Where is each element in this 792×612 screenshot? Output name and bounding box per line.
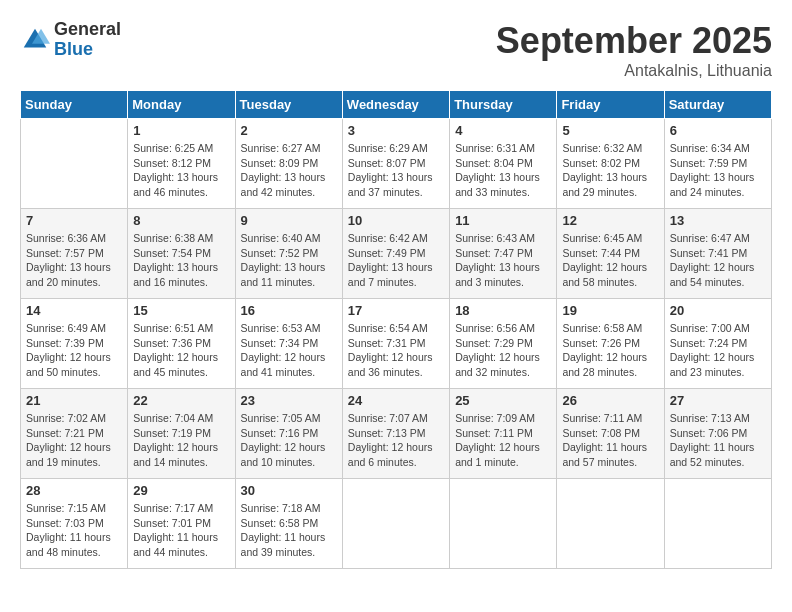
day-number: 7 <box>26 213 122 228</box>
calendar-cell: 26Sunrise: 7:11 AMSunset: 7:08 PMDayligh… <box>557 389 664 479</box>
day-number: 17 <box>348 303 444 318</box>
day-detail: Sunrise: 6:58 AMSunset: 7:26 PMDaylight:… <box>562 321 658 380</box>
day-detail: Sunrise: 7:17 AMSunset: 7:01 PMDaylight:… <box>133 501 229 560</box>
calendar-cell: 1Sunrise: 6:25 AMSunset: 8:12 PMDaylight… <box>128 119 235 209</box>
logo-text: General Blue <box>54 20 121 60</box>
day-detail: Sunrise: 6:49 AMSunset: 7:39 PMDaylight:… <box>26 321 122 380</box>
calendar-cell: 11Sunrise: 6:43 AMSunset: 7:47 PMDayligh… <box>450 209 557 299</box>
day-number: 5 <box>562 123 658 138</box>
calendar-cell: 21Sunrise: 7:02 AMSunset: 7:21 PMDayligh… <box>21 389 128 479</box>
calendar-cell: 27Sunrise: 7:13 AMSunset: 7:06 PMDayligh… <box>664 389 771 479</box>
day-number: 27 <box>670 393 766 408</box>
month-title: September 2025 <box>496 20 772 62</box>
day-detail: Sunrise: 6:54 AMSunset: 7:31 PMDaylight:… <box>348 321 444 380</box>
calendar-cell: 12Sunrise: 6:45 AMSunset: 7:44 PMDayligh… <box>557 209 664 299</box>
day-detail: Sunrise: 7:00 AMSunset: 7:24 PMDaylight:… <box>670 321 766 380</box>
day-number: 10 <box>348 213 444 228</box>
logo-general-label: General <box>54 20 121 40</box>
calendar-cell <box>21 119 128 209</box>
calendar-cell: 16Sunrise: 6:53 AMSunset: 7:34 PMDayligh… <box>235 299 342 389</box>
calendar-cell: 13Sunrise: 6:47 AMSunset: 7:41 PMDayligh… <box>664 209 771 299</box>
calendar-cell: 18Sunrise: 6:56 AMSunset: 7:29 PMDayligh… <box>450 299 557 389</box>
weekday-header-tuesday: Tuesday <box>235 91 342 119</box>
day-detail: Sunrise: 6:42 AMSunset: 7:49 PMDaylight:… <box>348 231 444 290</box>
day-number: 9 <box>241 213 337 228</box>
day-number: 2 <box>241 123 337 138</box>
calendar-cell: 25Sunrise: 7:09 AMSunset: 7:11 PMDayligh… <box>450 389 557 479</box>
day-detail: Sunrise: 6:38 AMSunset: 7:54 PMDaylight:… <box>133 231 229 290</box>
logo-icon <box>20 25 50 55</box>
day-detail: Sunrise: 6:32 AMSunset: 8:02 PMDaylight:… <box>562 141 658 200</box>
day-detail: Sunrise: 6:31 AMSunset: 8:04 PMDaylight:… <box>455 141 551 200</box>
day-number: 18 <box>455 303 551 318</box>
day-number: 21 <box>26 393 122 408</box>
calendar-cell <box>342 479 449 569</box>
day-number: 16 <box>241 303 337 318</box>
weekday-header-sunday: Sunday <box>21 91 128 119</box>
calendar-header-row: SundayMondayTuesdayWednesdayThursdayFrid… <box>21 91 772 119</box>
calendar-cell: 8Sunrise: 6:38 AMSunset: 7:54 PMDaylight… <box>128 209 235 299</box>
calendar-cell: 20Sunrise: 7:00 AMSunset: 7:24 PMDayligh… <box>664 299 771 389</box>
weekday-header-saturday: Saturday <box>664 91 771 119</box>
day-number: 19 <box>562 303 658 318</box>
day-detail: Sunrise: 6:25 AMSunset: 8:12 PMDaylight:… <box>133 141 229 200</box>
day-number: 26 <box>562 393 658 408</box>
calendar-cell <box>450 479 557 569</box>
day-detail: Sunrise: 6:27 AMSunset: 8:09 PMDaylight:… <box>241 141 337 200</box>
day-number: 22 <box>133 393 229 408</box>
day-detail: Sunrise: 7:13 AMSunset: 7:06 PMDaylight:… <box>670 411 766 470</box>
day-number: 28 <box>26 483 122 498</box>
calendar-cell: 2Sunrise: 6:27 AMSunset: 8:09 PMDaylight… <box>235 119 342 209</box>
day-number: 11 <box>455 213 551 228</box>
day-number: 29 <box>133 483 229 498</box>
day-detail: Sunrise: 6:47 AMSunset: 7:41 PMDaylight:… <box>670 231 766 290</box>
logo: General Blue <box>20 20 121 60</box>
day-number: 8 <box>133 213 229 228</box>
weekday-header-friday: Friday <box>557 91 664 119</box>
title-area: September 2025 Antakalnis, Lithuania <box>496 20 772 80</box>
day-number: 12 <box>562 213 658 228</box>
logo-blue-label: Blue <box>54 40 121 60</box>
calendar-cell: 10Sunrise: 6:42 AMSunset: 7:49 PMDayligh… <box>342 209 449 299</box>
calendar-cell: 30Sunrise: 7:18 AMSunset: 6:58 PMDayligh… <box>235 479 342 569</box>
day-number: 3 <box>348 123 444 138</box>
calendar-cell: 3Sunrise: 6:29 AMSunset: 8:07 PMDaylight… <box>342 119 449 209</box>
day-detail: Sunrise: 7:07 AMSunset: 7:13 PMDaylight:… <box>348 411 444 470</box>
day-number: 1 <box>133 123 229 138</box>
calendar-cell: 6Sunrise: 6:34 AMSunset: 7:59 PMDaylight… <box>664 119 771 209</box>
day-number: 14 <box>26 303 122 318</box>
calendar-cell: 28Sunrise: 7:15 AMSunset: 7:03 PMDayligh… <box>21 479 128 569</box>
day-number: 20 <box>670 303 766 318</box>
day-number: 24 <box>348 393 444 408</box>
day-detail: Sunrise: 6:56 AMSunset: 7:29 PMDaylight:… <box>455 321 551 380</box>
calendar-week-row: 14Sunrise: 6:49 AMSunset: 7:39 PMDayligh… <box>21 299 772 389</box>
day-detail: Sunrise: 7:15 AMSunset: 7:03 PMDaylight:… <box>26 501 122 560</box>
weekday-header-wednesday: Wednesday <box>342 91 449 119</box>
day-detail: Sunrise: 6:45 AMSunset: 7:44 PMDaylight:… <box>562 231 658 290</box>
calendar-cell: 17Sunrise: 6:54 AMSunset: 7:31 PMDayligh… <box>342 299 449 389</box>
calendar-cell: 4Sunrise: 6:31 AMSunset: 8:04 PMDaylight… <box>450 119 557 209</box>
day-detail: Sunrise: 6:36 AMSunset: 7:57 PMDaylight:… <box>26 231 122 290</box>
day-detail: Sunrise: 6:34 AMSunset: 7:59 PMDaylight:… <box>670 141 766 200</box>
calendar-cell: 14Sunrise: 6:49 AMSunset: 7:39 PMDayligh… <box>21 299 128 389</box>
day-detail: Sunrise: 6:43 AMSunset: 7:47 PMDaylight:… <box>455 231 551 290</box>
day-detail: Sunrise: 7:18 AMSunset: 6:58 PMDaylight:… <box>241 501 337 560</box>
day-number: 30 <box>241 483 337 498</box>
day-detail: Sunrise: 6:29 AMSunset: 8:07 PMDaylight:… <box>348 141 444 200</box>
calendar-table: SundayMondayTuesdayWednesdayThursdayFrid… <box>20 90 772 569</box>
day-detail: Sunrise: 7:09 AMSunset: 7:11 PMDaylight:… <box>455 411 551 470</box>
day-detail: Sunrise: 7:11 AMSunset: 7:08 PMDaylight:… <box>562 411 658 470</box>
calendar-cell: 23Sunrise: 7:05 AMSunset: 7:16 PMDayligh… <box>235 389 342 479</box>
calendar-cell: 29Sunrise: 7:17 AMSunset: 7:01 PMDayligh… <box>128 479 235 569</box>
day-number: 4 <box>455 123 551 138</box>
day-detail: Sunrise: 6:40 AMSunset: 7:52 PMDaylight:… <box>241 231 337 290</box>
calendar-cell: 15Sunrise: 6:51 AMSunset: 7:36 PMDayligh… <box>128 299 235 389</box>
calendar-cell: 7Sunrise: 6:36 AMSunset: 7:57 PMDaylight… <box>21 209 128 299</box>
day-detail: Sunrise: 7:02 AMSunset: 7:21 PMDaylight:… <box>26 411 122 470</box>
day-number: 6 <box>670 123 766 138</box>
calendar-week-row: 21Sunrise: 7:02 AMSunset: 7:21 PMDayligh… <box>21 389 772 479</box>
calendar-cell: 5Sunrise: 6:32 AMSunset: 8:02 PMDaylight… <box>557 119 664 209</box>
day-number: 15 <box>133 303 229 318</box>
day-number: 23 <box>241 393 337 408</box>
calendar-week-row: 28Sunrise: 7:15 AMSunset: 7:03 PMDayligh… <box>21 479 772 569</box>
